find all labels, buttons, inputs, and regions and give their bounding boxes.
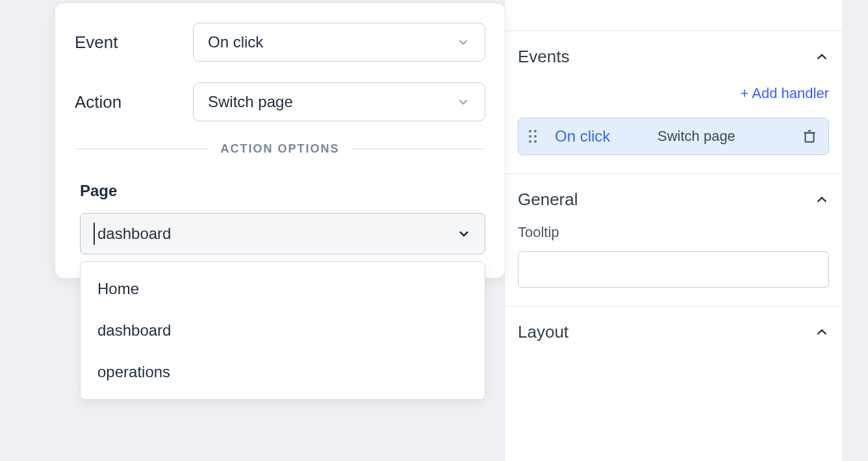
page-option[interactable]: operations (81, 351, 485, 393)
action-options-label: ACTION OPTIONS (221, 142, 340, 156)
page-option[interactable]: Home (81, 268, 485, 310)
general-section: General Tooltip (505, 174, 842, 306)
layout-title: Layout (518, 322, 568, 342)
handler-event-label: On click (555, 127, 646, 145)
add-handler-button[interactable]: + Add handler (741, 85, 829, 102)
action-label: Action (75, 92, 172, 112)
page-label: Page (80, 182, 485, 200)
tooltip-input[interactable] (518, 251, 829, 288)
chevron-down-icon (456, 35, 470, 49)
event-select[interactable]: On click (193, 23, 485, 62)
delete-handler-button[interactable] (801, 128, 818, 145)
event-handler-row[interactable]: On click Switch page (518, 118, 829, 155)
page-select-value: dashboard (97, 225, 171, 243)
events-section: Events + Add handler On click Switch pag… (505, 31, 842, 174)
event-label: Event (75, 32, 172, 53)
tooltip-label: Tooltip (518, 224, 829, 241)
action-options-divider: ACTION OPTIONS (75, 142, 485, 156)
chevron-down-icon (456, 226, 472, 242)
events-title: Events (518, 47, 570, 67)
drag-handle-icon[interactable] (529, 129, 543, 143)
page-option[interactable]: dashboard (81, 310, 485, 351)
page-select[interactable]: dashboard (80, 213, 485, 255)
action-select[interactable]: Switch page (193, 82, 485, 121)
chevron-up-icon[interactable] (815, 325, 829, 340)
inspector-prev-section-edge (505, 0, 842, 31)
handler-action-label: Switch page (657, 128, 789, 145)
event-select-value: On click (208, 33, 263, 51)
layout-section: Layout (505, 306, 842, 342)
text-cursor (94, 223, 95, 245)
inspector-panel: Events + Add handler On click Switch pag… (504, 0, 842, 461)
chevron-up-icon[interactable] (815, 50, 829, 64)
action-select-value: Switch page (208, 93, 293, 111)
general-title: General (518, 190, 578, 210)
svg-rect-0 (806, 133, 814, 142)
page-dropdown-list: Home dashboard operations (80, 261, 485, 400)
event-editor-popover: Event On click Action Switch page ACTION… (55, 3, 505, 279)
chevron-up-icon[interactable] (815, 193, 829, 207)
chevron-down-icon (456, 95, 470, 109)
